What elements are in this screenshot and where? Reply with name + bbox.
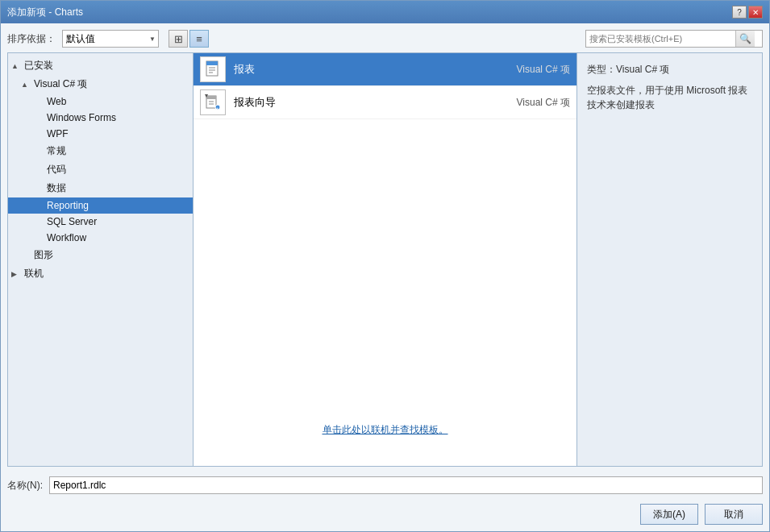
report-wizard-icon: + — [200, 89, 226, 115]
left-panel: ▲ 已安装 ▲ Visual C# 项 Web — [8, 53, 194, 466]
tree-label-installed: 已安装 — [24, 59, 53, 73]
search-box: 🔍 — [585, 30, 763, 48]
report-icon — [200, 56, 226, 82]
tree-label-web: Web — [47, 96, 66, 107]
expand-reporting-icon — [34, 202, 47, 210]
tree-item-web[interactable]: Web — [8, 94, 193, 110]
right-panel: 类型：Visual C# 项 空报表文件，用于使用 Microsoft 报表技术… — [576, 53, 762, 466]
tree-item-reporting[interactable]: Reporting — [8, 197, 193, 214]
tree-item-installed[interactable]: ▲ 已安装 — [8, 56, 193, 75]
main-content: ▲ 已安装 ▲ Visual C# 项 Web — [7, 52, 763, 467]
tree-item-graphics[interactable]: 图形 — [8, 246, 193, 264]
sort-select-wrapper: 默认值 名称 类型 — [62, 30, 159, 48]
tree-item-visual-cpp[interactable]: ▲ Visual C# 项 — [8, 75, 193, 94]
tree-label-winforms: Windows Forms — [47, 112, 116, 123]
svg-rect-6 — [206, 96, 216, 99]
tree-item-code[interactable]: 代码 — [8, 160, 193, 179]
sort-label: 排序依据： — [7, 32, 56, 46]
tree-label-code: 代码 — [47, 163, 66, 177]
title-bar: 添加新项 - Charts ? ✕ — [1, 1, 769, 23]
list-view-icon: ≡ — [196, 33, 202, 45]
expand-code-icon — [34, 166, 47, 174]
tree-item-winforms[interactable]: Windows Forms — [8, 110, 193, 126]
name-input[interactable] — [49, 476, 763, 494]
dialog-body: 排序依据： 默认值 名称 类型 ⊞ ≡ 🔍 — [1, 23, 769, 531]
add-button[interactable]: 添加(A) — [640, 504, 698, 525]
tree-label-normal: 常规 — [47, 144, 66, 158]
expand-winforms-icon — [34, 114, 47, 122]
help-button[interactable]: ? — [732, 6, 747, 19]
type-label: 类型：Visual C# 项 — [587, 63, 752, 77]
main-dialog: 添加新项 - Charts ? ✕ 排序依据： 默认值 名称 类型 ⊞ — [0, 0, 770, 532]
expand-data-icon — [34, 185, 47, 193]
tree-label-reporting: Reporting — [47, 200, 89, 211]
search-input[interactable] — [586, 34, 735, 44]
tree-label-online: 联机 — [24, 267, 44, 281]
expand-installed-icon: ▲ — [11, 62, 24, 70]
dialog-title: 添加新项 - Charts — [7, 6, 83, 19]
tree-label-visual-cpp: Visual C# 项 — [34, 77, 87, 91]
title-bar-buttons: ? ✕ — [732, 6, 763, 19]
view-buttons: ⊞ ≡ — [169, 30, 209, 48]
expand-web-icon — [34, 98, 47, 106]
search-button[interactable]: 🔍 — [735, 31, 755, 47]
search-icon: 🔍 — [739, 33, 751, 44]
sort-select[interactable]: 默认值 名称 类型 — [62, 30, 159, 48]
close-button[interactable]: ✕ — [748, 6, 763, 19]
offline-link-area: 单击此处以联机并查找模板。 — [194, 119, 576, 450]
tree-item-workflow[interactable]: Workflow — [8, 230, 193, 246]
template-category-report: Visual C# 项 — [517, 63, 570, 77]
tree-item-online[interactable]: ▶ 联机 — [8, 264, 193, 283]
footer-buttons: 添加(A) 取消 — [7, 502, 763, 525]
tree-item-sqlserver[interactable]: SQL Server — [8, 214, 193, 230]
template-name-report: 报表 — [234, 62, 509, 77]
tree-item-data[interactable]: 数据 — [8, 179, 193, 197]
template-item-report[interactable]: 报表 Visual C# 项 — [194, 53, 576, 86]
name-label: 名称(N): — [7, 479, 43, 493]
expand-wpf-icon — [34, 130, 47, 138]
template-name-report-wizard: 报表向导 — [234, 95, 509, 110]
tree-label-data: 数据 — [47, 181, 66, 195]
grid-view-icon: ⊞ — [174, 33, 183, 45]
expand-visual-cpp-icon: ▲ — [21, 81, 34, 89]
tree-label-sqlserver: SQL Server — [47, 216, 97, 227]
type-description: 空报表文件，用于使用 Microsoft 报表技术来创建报表 — [587, 83, 752, 112]
tree-label-workflow: Workflow — [47, 232, 86, 243]
expand-graphics-icon — [21, 251, 34, 260]
template-category-report-wizard: Visual C# 项 — [517, 96, 570, 110]
svg-text:+: + — [216, 106, 219, 110]
templates-panel: 报表 Visual C# 项 + — [194, 53, 576, 466]
svg-rect-1 — [206, 61, 218, 65]
bottom-bar: 名称(N): — [7, 472, 763, 497]
grid-view-button[interactable]: ⊞ — [169, 30, 188, 48]
expand-sqlserver-icon — [34, 218, 47, 226]
tree-item-wpf[interactable]: WPF — [8, 126, 193, 142]
top-bar: 排序依据： 默认值 名称 类型 ⊞ ≡ 🔍 — [7, 30, 763, 48]
tree-item-normal[interactable]: 常规 — [8, 142, 193, 160]
expand-online-icon: ▶ — [11, 270, 24, 278]
template-item-report-wizard[interactable]: + 报表向导 Visual C# 项 — [194, 86, 576, 119]
expand-workflow-icon — [34, 234, 47, 242]
cancel-button[interactable]: 取消 — [705, 504, 763, 525]
tree-label-graphics: 图形 — [34, 248, 53, 262]
offline-link[interactable]: 单击此处以联机并查找模板。 — [323, 423, 448, 437]
expand-normal-icon — [34, 148, 47, 156]
list-view-button[interactable]: ≡ — [189, 30, 209, 48]
tree-label-wpf: WPF — [47, 128, 69, 139]
